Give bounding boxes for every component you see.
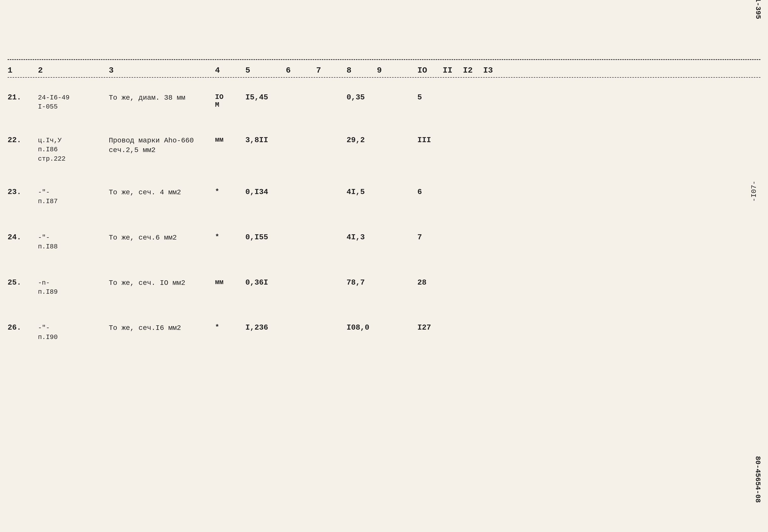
row-25-val: 78,7 (347, 278, 377, 287)
col-header-8: 8 (347, 66, 377, 75)
row-22-unit: мм (215, 136, 245, 144)
row-23-code: -"- п.I87 (38, 188, 109, 206)
col-header-12: I2 (463, 66, 483, 75)
row-21-val: 0,35 (347, 93, 377, 102)
row-22-num: 22. (8, 136, 38, 144)
doc-number-bottom: 80-45654-08 (754, 456, 762, 503)
table-row: 23. -"- п.I87 То же, сеч. 4 мм2 * 0,I34 … (8, 181, 760, 213)
row-24-val: 4I,3 (347, 233, 377, 242)
table-row: 22. ц.Iч,У п.I86 стр.222 Провод марки Аh… (8, 129, 760, 171)
col-header-5: 5 (245, 66, 286, 75)
col-header-2: 2 (38, 66, 109, 75)
page: 2Д-1-395 1 2 3 4 5 6 7 8 9 (0, 0, 768, 532)
row-22-qty: III (417, 136, 443, 144)
row-25-qty: 28 (417, 278, 443, 287)
col-header-7: 7 (316, 66, 347, 75)
table-row: 26. -"- п.I90 То же, сеч.I6 мм2 * I,236 … (8, 316, 760, 349)
row-21-code: 24-I6-49 I-055 (38, 93, 109, 112)
table-row: 24. -"- п.I88 То же, сеч.6 мм2 * 0,I55 4… (8, 226, 760, 259)
row-26-val: I08,0 (347, 323, 377, 332)
row-23-desc: То же, сеч. 4 мм2 (109, 188, 215, 197)
row-21-unit: IO М (215, 93, 245, 109)
column-headers: 1 2 3 4 5 6 7 8 9 IO II (8, 66, 760, 78)
col-header-10: IO (417, 66, 443, 75)
table-row: 21. 24-I6-49 I-055 То же, диам. 38 мм IO… (8, 86, 760, 119)
col-header-4: 4 (215, 66, 245, 75)
row-25-num: 25. (8, 278, 38, 287)
row-24-price: 0,I55 (245, 233, 286, 242)
col-header-6: 6 (286, 66, 316, 75)
row-23-num: 23. (8, 188, 38, 196)
row-24-unit: * (215, 233, 245, 241)
row-26-price: I,236 (245, 323, 286, 332)
row-21-price: I5,45 (245, 93, 286, 102)
row-26-code: -"- п.I90 (38, 323, 109, 342)
row-26-desc: То же, сеч.I6 мм2 (109, 323, 215, 333)
row-25-desc: То же, сеч. IO мм2 (109, 278, 215, 288)
row-25-code: -n- п.I89 (38, 278, 109, 297)
row-24-desc: То же, сеч.6 мм2 (109, 233, 215, 243)
col-header-9: 9 (377, 66, 417, 75)
col-header-1: 1 (8, 66, 38, 75)
row-24-num: 24. (8, 233, 38, 242)
rows-container: 21. 24-I6-49 I-055 То же, диам. 38 мм IO… (8, 86, 760, 349)
row-25-unit: мм (215, 278, 245, 286)
header-dashes (8, 56, 760, 63)
row-26-num: 26. (8, 323, 38, 332)
col-header-11: II (443, 66, 463, 75)
row-25-price: 0,36I (245, 278, 286, 287)
table-row: 25. -n- п.I89 То же, сеч. IO мм2 мм 0,36… (8, 271, 760, 304)
row-24-qty: 7 (417, 233, 443, 242)
row-26-unit: * (215, 323, 245, 331)
col-header-3: 3 (109, 66, 215, 75)
row-21-num: 21. (8, 93, 38, 102)
row-22-code: ц.Iч,У п.I86 стр.222 (38, 136, 109, 163)
row-22-val: 29,2 (347, 136, 377, 144)
doc-number-top: 2Д-1-395 (754, 0, 762, 19)
col-header-13: I3 (483, 66, 760, 75)
row-21-desc: То же, диам. 38 мм (109, 93, 215, 103)
row-24-code: -"- п.I88 (38, 233, 109, 251)
row-22-price: 3,8II (245, 136, 286, 144)
row-23-val: 4I,5 (347, 188, 377, 196)
row-22-desc: Провод марки Аhо-660 сеч.2,5 мм2 (109, 136, 215, 155)
row-21-qty: 5 (417, 93, 443, 102)
row-23-qty: 6 (417, 188, 443, 196)
row-23-unit: * (215, 188, 245, 196)
row-23-price: 0,I34 (245, 188, 286, 196)
row-26-qty: I27 (417, 323, 443, 332)
